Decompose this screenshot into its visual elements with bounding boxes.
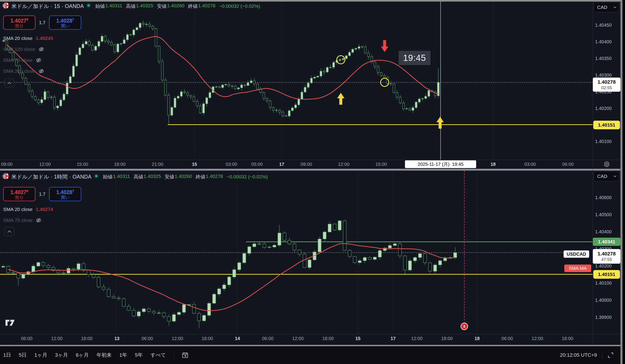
time-axis-1h[interactable]: 06:0012:0018:001306:0012:0018:001406:001… — [0, 334, 593, 345]
buy-button-15m[interactable]: 1.40287 買い — [49, 16, 81, 30]
bottom-toolbar: 1日5日1ヶ月3ヶ月6ヶ月年初来1年5年すべて 20:12:05 UTC+9 — [0, 346, 621, 364]
sell-button-1h[interactable]: 1.40270 売り — [3, 187, 35, 201]
spread-value: 1.7 — [35, 20, 49, 25]
candlestick-chart-1h[interactable] — [0, 170, 593, 334]
up-arrow-marker — [337, 93, 344, 105]
indicator-row[interactable]: SMA 120 close — [3, 44, 53, 55]
up-arrow-marker — [437, 117, 444, 129]
symbol-header-1h: 米ドル／加ドル · 1時間 · OANDA 始値1.40311 高値1.4032… — [2, 173, 268, 181]
sma-tag: SMA:MA — [564, 265, 591, 272]
time-tick: 13 — [114, 336, 119, 341]
indicator-row[interactable]: SMA 20 close1.40274 — [3, 204, 53, 215]
change-readout: −0.00032 (−0.02%) — [227, 174, 268, 179]
range-button[interactable]: 1ヶ月 — [34, 352, 47, 359]
top-divider-bar — [0, 0, 623, 1]
pair-flag-icon — [2, 2, 9, 10]
range-button[interactable]: 年初来 — [96, 352, 112, 359]
price-tick: 1.40500 — [595, 212, 612, 217]
collapse-legend-button-15m[interactable] — [4, 79, 14, 87]
price-tick: 1.40200 — [595, 263, 612, 269]
sell-button-15m[interactable]: 1.40270 売り — [3, 16, 35, 30]
eye-hidden-icon[interactable] — [36, 57, 42, 63]
chevron-down-icon — [614, 175, 616, 177]
time-tick: 06:00 — [21, 336, 32, 341]
fullscreen-button[interactable] — [607, 352, 614, 359]
price-scale-15m[interactable]: CAD 1.404501.404001.403501.403001.402501… — [593, 1, 621, 169]
time-tick: 12:00 — [292, 336, 304, 341]
chart-title-15m[interactable]: 米ドル／加ドル · 15 · OANDA — [11, 3, 84, 10]
clock-timezone[interactable]: 20:12:05 UTC+9 — [560, 352, 597, 358]
range-button[interactable]: 3ヶ月 — [55, 352, 68, 359]
time-tick: 18:00 — [114, 162, 125, 167]
chart-title-1h[interactable]: 米ドル／加ドル · 1時間 · OANDA — [11, 173, 92, 180]
expand-icon — [607, 352, 614, 359]
scale-settings-corner[interactable] — [593, 160, 621, 169]
price-scale-1h[interactable]: CAD 1.406001.405001.404001.403001.402001… — [593, 170, 621, 345]
buy-button-1h[interactable]: 1.40287 買い — [49, 187, 81, 201]
eye-hidden-icon[interactable] — [38, 68, 44, 74]
currency-dropdown-15m[interactable]: CAD — [594, 2, 619, 12]
eye-hidden-icon[interactable] — [36, 217, 42, 223]
panel-divider-bar[interactable] — [0, 169, 621, 170]
indicator-row[interactable]: SMA 75 close — [3, 55, 53, 66]
time-tick: 15:00 — [77, 162, 88, 167]
range-selector: 1日5日1ヶ月3ヶ月6ヶ月年初来1年5年すべて — [3, 352, 188, 359]
collapse-legend-button-1h[interactable] — [4, 227, 14, 236]
currency-dropdown-1h[interactable]: CAD — [594, 171, 619, 181]
trade-buttons-15m: 1.40270 売り 1.7 1.40287 買い — [3, 16, 81, 30]
time-tick: 18:00 — [441, 336, 453, 341]
ohlc-readout-15m: 始値1.40311 高値1.40325 安値1.40260 終値1.40278 … — [95, 3, 260, 9]
vertical-scrollbar[interactable] — [621, 0, 623, 364]
bar-countdown: 47:55 — [601, 257, 612, 262]
indicator-row[interactable]: SMA 200 close — [3, 66, 53, 77]
indicator-row[interactable]: SMA 20 close1.40245 — [3, 33, 53, 44]
eye-hidden-icon[interactable] — [38, 46, 44, 52]
right-edge-strip — [623, 0, 625, 364]
time-tick: 18:00 — [322, 336, 334, 341]
price-tick: 1.39900 — [595, 314, 612, 320]
time-tick: 06:00 — [142, 336, 153, 341]
toolbar-separator — [174, 352, 174, 359]
time-tick: 15:00 — [375, 162, 387, 167]
market-status-dot[interactable] — [86, 3, 91, 9]
range-button[interactable]: 5日 — [19, 352, 27, 359]
spread-value: 1.7 — [35, 192, 49, 197]
range-button[interactable]: すべて — [151, 352, 166, 359]
range-button[interactable]: 5年 — [135, 352, 143, 359]
indicator-row[interactable]: SMA 75 close — [3, 215, 53, 226]
time-tick: 09:00 — [1, 162, 13, 167]
price-tick: 1.40100 — [595, 280, 612, 286]
crosshair-time-tooltip: 19:45 — [399, 51, 431, 65]
range-button[interactable]: 6ヶ月 — [76, 352, 89, 359]
time-tick: 18:00 — [562, 336, 573, 341]
bar-countdown: 02:55 — [601, 85, 612, 90]
price-tick: 1.40100 — [595, 139, 612, 144]
time-tick: 17 — [391, 336, 396, 341]
time-tick: 18:00 — [202, 336, 213, 341]
time-tick: 12:00 — [39, 162, 51, 167]
time-tick: 18 — [474, 336, 480, 341]
market-status-dot[interactable] — [94, 173, 99, 180]
range-button[interactable]: 1日 — [3, 352, 11, 359]
time-axis-15m[interactable]: 09:0012:0015:0018:0021:001503:0005:00170… — [0, 160, 593, 169]
tradingview-logo[interactable] — [5, 318, 16, 328]
price-tick: 1.40000 — [595, 297, 612, 303]
chevron-up-icon — [7, 230, 11, 233]
ohlc-readout-1h: 始値1.40311 高値1.40325 安値1.40260 終値1.40278 … — [103, 173, 268, 180]
support-price-label-15m: 1.40151 — [593, 121, 620, 129]
time-tick: 06:00 — [501, 336, 513, 341]
symbol-header-15m: 米ドル／加ドル · 15 · OANDA 始値1.40311 高値1.40325… — [2, 2, 260, 10]
time-tick: 21:00 — [152, 162, 163, 167]
calendar-icon — [182, 352, 188, 359]
time-tick: 12:00 — [411, 336, 423, 341]
time-tick: 15 — [355, 336, 360, 341]
go-to-date-button[interactable] — [182, 352, 188, 359]
range-button[interactable]: 1年 — [119, 352, 127, 359]
down-arrow-marker — [381, 40, 388, 52]
time-tick: 12:00 — [338, 162, 349, 167]
price-tick: 1.40600 — [595, 195, 612, 200]
scale-settings-icon[interactable] — [603, 161, 610, 168]
toolbar-separator — [602, 352, 602, 359]
candlestick-chart-15m[interactable] — [0, 1, 593, 160]
support-price-label-1h: 1.40151 — [593, 270, 620, 279]
